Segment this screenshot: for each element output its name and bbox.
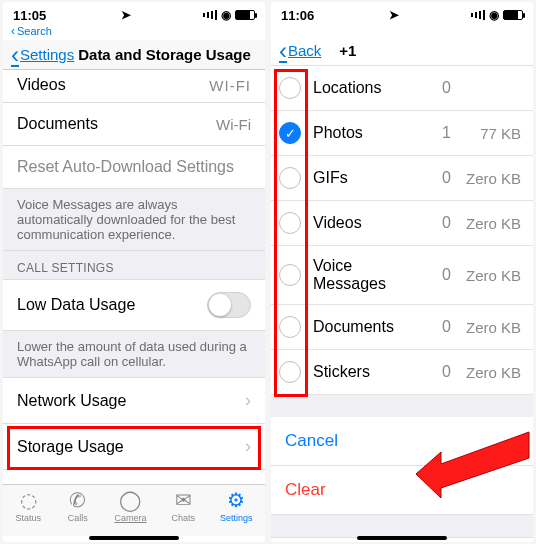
chat-icon: ✉: [171, 489, 195, 511]
chevron-left-icon: ‹: [11, 24, 15, 38]
tab-calls[interactable]: ✆ Calls: [66, 489, 90, 536]
section-gap: [271, 515, 533, 537]
nav-back-button[interactable]: Settings: [11, 46, 74, 63]
media-size: Zero KB: [451, 267, 521, 284]
media-count: 0: [421, 266, 451, 284]
page-title: +1: [339, 42, 356, 59]
section-call-settings: CALL SETTINGS: [3, 251, 265, 280]
row-storage-usage[interactable]: Storage Usage ›: [3, 424, 265, 470]
toggle-switch[interactable]: [207, 292, 251, 318]
tab-label: Settings: [220, 513, 253, 523]
media-count: 0: [421, 214, 451, 232]
clock: 11:05: [13, 8, 46, 23]
tab-label: Calls: [68, 513, 88, 523]
media-size: Zero KB: [451, 170, 521, 187]
location-icon: ➤: [389, 8, 399, 22]
home-indicator: [357, 536, 447, 540]
checkbox-icon[interactable]: [279, 361, 301, 383]
media-size: 77 KB: [451, 125, 521, 142]
media-row-photos[interactable]: ✓Photos177 KB: [271, 111, 533, 156]
cancel-button[interactable]: Cancel: [271, 417, 533, 466]
nav-back-button[interactable]: Back: [279, 42, 321, 59]
reset-label: Reset Auto-Download Settings: [17, 158, 234, 176]
media-label: Documents: [313, 318, 421, 336]
tab-status[interactable]: ◌ Status: [15, 489, 41, 536]
media-count: 0: [421, 318, 451, 336]
media-label: Voice Messages: [313, 257, 421, 293]
media-count: 0: [421, 79, 451, 97]
media-size: Zero KB: [451, 319, 521, 336]
media-row-gifs[interactable]: GIFs0Zero KB: [271, 156, 533, 201]
row-network-usage[interactable]: Network Usage ›: [3, 378, 265, 424]
media-row-locations[interactable]: Locations0: [271, 66, 533, 111]
section-gap: [271, 395, 533, 417]
home-indicator: [89, 536, 179, 540]
status-bar: 11:06 ➤ ◉: [271, 2, 533, 24]
clear-button[interactable]: Clear: [271, 466, 533, 515]
row-documents[interactable]: Documents Wi-Fi: [3, 103, 265, 146]
checkbox-icon[interactable]: [279, 167, 301, 189]
tab-chats[interactable]: ✉ Chats: [171, 489, 195, 536]
camera-icon: ◯: [118, 489, 142, 511]
row-label: Low Data Usage: [17, 296, 135, 314]
location-icon: ➤: [121, 8, 131, 22]
media-row-stickers[interactable]: Stickers0Zero KB: [271, 350, 533, 395]
status-bar: 11:05 ➤ ◉: [3, 2, 265, 24]
media-size: Zero KB: [451, 364, 521, 381]
low-data-note: Lower the amount of data used during a W…: [3, 331, 265, 378]
media-size: Zero KB: [451, 215, 521, 232]
checkbox-icon[interactable]: [279, 316, 301, 338]
row-label: Storage Usage: [17, 438, 124, 456]
row-low-data[interactable]: Low Data Usage: [3, 280, 265, 331]
chevron-right-icon: ›: [245, 390, 251, 411]
row-videos[interactable]: Videos Wi-Fi: [3, 70, 265, 103]
media-row-videos[interactable]: Videos0Zero KB: [271, 201, 533, 246]
breadcrumb-label: Search: [17, 25, 52, 37]
media-type-list: Locations0✓Photos177 KBGIFs0Zero KBVideo…: [271, 66, 533, 395]
right-screen: 11:06 ➤ ◉ Back +1 Locations0✓Photos177 K…: [271, 2, 533, 542]
tab-settings[interactable]: ⚙ Settings: [220, 489, 253, 536]
chevron-right-icon: ›: [245, 436, 251, 457]
voice-note: Voice Messages are always automatically …: [3, 189, 265, 251]
media-label: Stickers: [313, 363, 421, 381]
media-label: GIFs: [313, 169, 421, 187]
tab-camera[interactable]: ◯ Camera: [114, 489, 146, 536]
row-value: Wi-Fi: [209, 77, 251, 94]
nav-header: Settings Data and Storage Usage: [3, 40, 265, 70]
tab-label: Chats: [172, 513, 196, 523]
media-row-documents[interactable]: Documents0Zero KB: [271, 305, 533, 350]
checkbox-icon[interactable]: [279, 77, 301, 99]
gear-icon: ⚙: [224, 489, 248, 511]
status-icon: ◌: [16, 489, 40, 511]
checkbox-icon[interactable]: [279, 264, 301, 286]
clock: 11:06: [281, 8, 314, 23]
tab-label: Camera: [114, 513, 146, 523]
media-count: 0: [421, 169, 451, 187]
row-label: Network Usage: [17, 392, 126, 410]
battery-icon: [235, 10, 255, 20]
media-count: 0: [421, 363, 451, 381]
checkbox-icon[interactable]: [279, 212, 301, 234]
checkbox-checked-icon[interactable]: ✓: [279, 122, 301, 144]
wifi-icon: ◉: [489, 8, 499, 22]
media-label: Photos: [313, 124, 421, 142]
nav-header: Back +1: [271, 36, 533, 66]
signal-icon: [203, 10, 217, 20]
media-row-voice-messages[interactable]: Voice Messages0Zero KB: [271, 246, 533, 305]
tab-label: Status: [15, 513, 41, 523]
media-label: Videos: [313, 214, 421, 232]
breadcrumb-search[interactable]: ‹ Search: [3, 24, 265, 40]
media-label: Locations: [313, 79, 421, 97]
row-label: Videos: [17, 76, 66, 94]
signal-icon: [471, 10, 485, 20]
page-title: Data and Storage Usage: [78, 46, 251, 63]
row-value: Wi-Fi: [216, 116, 251, 133]
row-reset[interactable]: Reset Auto-Download Settings: [3, 146, 265, 189]
phone-icon: ✆: [66, 489, 90, 511]
wifi-icon: ◉: [221, 8, 231, 22]
tab-bar: ◌ Status ✆ Calls ◯ Camera ✉ Chats ⚙ Sett…: [3, 484, 265, 536]
row-label: Documents: [17, 115, 98, 133]
left-screen: 11:05 ➤ ◉ ‹ Search Settings Data and Sto…: [3, 2, 265, 542]
battery-icon: [503, 10, 523, 20]
media-count: 1: [421, 124, 451, 142]
